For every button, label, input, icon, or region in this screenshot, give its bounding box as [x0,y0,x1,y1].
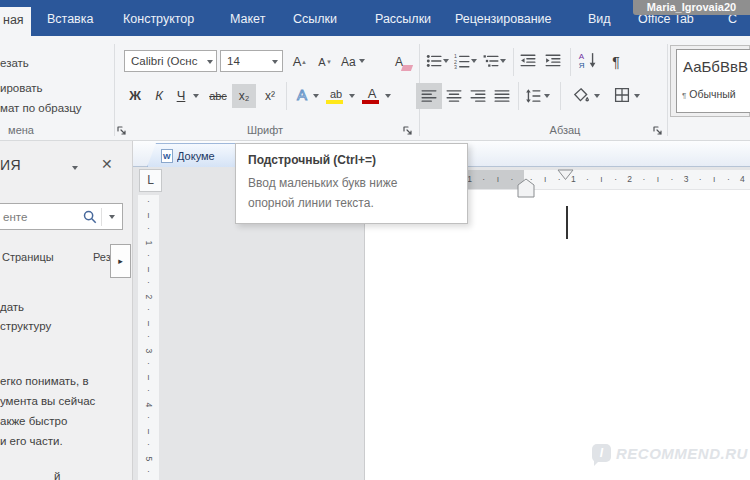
text-effects-chevron-icon[interactable] [313,94,319,101]
style-preview-text: АаБбВвВ [683,58,748,75]
document-page[interactable] [364,190,750,480]
username-watermark: Maria_Igrovaia20 [633,0,750,15]
tooltip-body-line: Ввод маленьких букв ниже [248,176,397,190]
divider [513,48,514,76]
tab-references[interactable]: Ссылки [293,12,337,26]
text-effects-button[interactable]: А [292,83,312,107]
nav-text-line: умента вы сейчас [0,395,95,407]
chevron-down-icon[interactable] [272,60,278,67]
sort-icon[interactable]: А Я [578,52,598,68]
font-size-combo[interactable]: 14 [220,50,283,72]
numbered-list-chevron-icon[interactable] [471,59,477,66]
group-divider [114,44,115,136]
font-name-value: Calibri (Оснс [131,55,209,67]
svg-text:Я: Я [579,61,585,68]
borders-chevron-icon[interactable] [634,94,640,101]
nav-pane-close-icon[interactable]: ✕ [101,156,113,172]
font-color-button[interactable]: А [362,82,382,106]
nav-text-line: дать [0,301,24,313]
show-marks-button[interactable]: ¶ [606,50,626,74]
word-doc-icon [161,149,173,163]
font-dialog-launcher-icon[interactable] [403,126,413,136]
align-right-icon[interactable] [470,88,486,104]
divider [101,208,102,226]
font-color-chevron-icon[interactable] [385,94,391,101]
cut-button[interactable]: езать [0,57,29,69]
eraser-icon [401,65,413,71]
clipboard-group-label: мена [0,124,42,136]
nav-pane-title: ИЯ [0,157,21,173]
svg-text:3: 3 [454,64,457,69]
search-placeholder: енте [3,211,27,223]
underline-button[interactable]: Ч [171,84,191,108]
align-center-icon[interactable] [446,88,462,104]
hanging-indent-marker[interactable] [517,178,535,198]
decrease-indent-icon[interactable] [520,53,536,69]
tab-home-label: ная [3,13,24,27]
superscript-button[interactable]: x² [258,84,282,108]
bold-button[interactable]: Ж [124,84,146,108]
search-input[interactable]: енте [0,203,123,230]
divider [560,82,561,110]
svg-text:А: А [579,52,585,61]
nav-text-line: егко понимать, в [0,375,89,387]
shading-chevron-icon[interactable] [594,94,600,101]
tab-mailings[interactable]: Рассылки [375,12,431,26]
align-left-icon[interactable] [421,88,437,104]
line-spacing-icon[interactable] [525,88,541,104]
shrink-font-button[interactable]: А▼ [311,50,333,74]
clipboard-dialog-launcher-icon[interactable] [117,126,127,136]
first-line-indent-marker[interactable] [557,169,574,181]
divider [286,82,287,110]
ribbon: езать ировать мат по образцу мена Calibr… [0,36,750,141]
borders-icon[interactable] [614,87,630,103]
tab-home-active[interactable]: ная [0,7,31,36]
tab-insert[interactable]: Вставка [47,12,93,26]
vertical-ruler[interactable]: ·ı·1·ı·2·ı·3·ı·4·ı·5· [138,195,159,480]
paragraph-dialog-launcher-icon[interactable] [653,126,663,136]
line-spacing-chevron-icon[interactable] [544,94,550,101]
numbered-list-icon[interactable]: 123 [454,53,470,69]
strikethrough-button[interactable]: abc [205,84,231,108]
font-name-combo[interactable]: Calibri (Оснс [124,50,217,72]
increase-indent-icon[interactable] [545,53,561,69]
grow-font-button[interactable]: А▲ [286,50,308,74]
document-tab[interactable]: Докуме [147,143,239,167]
highlight-chevron-icon[interactable] [349,94,355,101]
shading-bucket-icon[interactable] [572,86,590,104]
divider [570,48,571,76]
subscript-tooltip: Подстрочный (Ctrl+=) Ввод маленьких букв… [235,143,468,224]
format-painter-button[interactable]: мат по образцу [0,102,82,114]
group-divider [667,44,668,136]
tab-stop-selector[interactable]: L [139,169,162,192]
multilevel-list-icon[interactable] [483,53,499,69]
word-window: ная Вставка Конструктор Макет Ссылки Рас… [0,0,750,480]
document-tab-label: Докуме [177,150,215,162]
font-size-value: 14 [227,55,240,67]
highlight-button[interactable]: ab [326,82,346,106]
tab-layout[interactable]: Макет [230,12,265,26]
clear-formatting-button[interactable]: А [388,50,410,74]
multilevel-list-chevron-icon[interactable] [500,59,506,66]
nav-pane-chevron-icon[interactable] [72,166,78,173]
underline-chevron-icon[interactable] [193,94,199,101]
bullet-list-icon[interactable] [426,53,442,69]
justify-icon[interactable] [494,88,510,104]
tab-review[interactable]: Рецензирование [455,12,552,26]
paragraph-group-label: Абзац [525,124,605,136]
search-icon[interactable] [83,210,97,224]
subscript-button[interactable]: x₂ [232,84,256,108]
italic-button[interactable]: К [148,84,170,108]
tab-design[interactable]: Конструктор [123,12,194,26]
divider [518,82,519,110]
bullet-list-chevron-icon[interactable] [443,59,449,66]
change-case-button[interactable]: Aa [340,50,366,74]
tab-view[interactable]: Вид [588,12,611,26]
nav-tabs-more-button[interactable]: ▸ [110,244,131,278]
nav-tab-results[interactable]: Рез [93,251,111,263]
style-normal-item[interactable]: АаБбВвВ ¶ Обычный [676,49,750,113]
nav-tab-pages[interactable]: Страницы [2,251,54,263]
search-chevron-icon[interactable] [109,215,115,222]
copy-button[interactable]: ировать [0,82,43,94]
chevron-down-icon[interactable] [207,60,213,67]
